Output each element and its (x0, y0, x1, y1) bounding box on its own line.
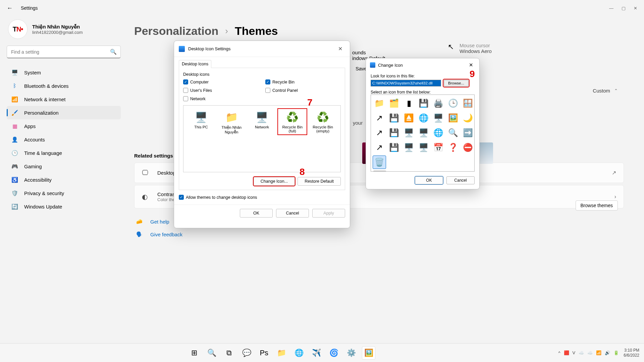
desktop-icon-item[interactable]: 🖥️This PC (187, 109, 215, 130)
scrollbar-thumb[interactable] (373, 171, 386, 172)
taskbar-start[interactable]: ⊞ (187, 346, 201, 360)
taskbar-app[interactable]: 🖼️ (362, 346, 375, 360)
tray-icon[interactable]: 📶 (596, 350, 601, 355)
icon-option[interactable]: 🖼️ (447, 112, 460, 124)
icon-option[interactable]: ⏏️ (402, 112, 415, 124)
sidebar-item-gaming[interactable]: 🎮Gaming (7, 160, 121, 173)
taskbar-photoshop[interactable]: Ps (257, 346, 271, 360)
tray-icon[interactable]: 🔋 (613, 350, 619, 355)
cancel-button[interactable]: Cancel (446, 176, 475, 184)
sidebar-item-accessibility[interactable]: ♿Accessibility (7, 173, 121, 186)
sidebar-item-network-internet[interactable]: 📶Network & internet (7, 93, 121, 106)
icon-option[interactable]: 🖨️ (432, 97, 445, 110)
icon-option[interactable]: 🌙 (462, 112, 474, 124)
sidebar-item-privacy-security[interactable]: 🛡️Privacy & security (7, 186, 121, 200)
tray-icon[interactable]: ☁️ (587, 350, 593, 355)
icon-option[interactable]: 💾 (388, 141, 400, 154)
browse-button[interactable]: Browse... (444, 80, 469, 86)
change-icon-button[interactable]: Change Icon... (254, 177, 295, 186)
icon-option[interactable]: ▮ (402, 97, 415, 110)
tray-icon[interactable]: ☁️ (579, 350, 584, 355)
taskbar-chat[interactable]: 💬 (240, 346, 253, 360)
cancel-button[interactable]: Cancel (276, 209, 309, 218)
close-icon[interactable]: ✕ (467, 61, 475, 69)
tray-icon[interactable]: V (573, 350, 576, 355)
taskbar-search[interactable]: 🔍 (205, 346, 218, 360)
icon-option[interactable]: ➡️ (462, 126, 474, 139)
taskbar-edge[interactable]: 🌀 (327, 346, 340, 360)
icon-option[interactable]: 🖥️ (417, 126, 430, 139)
user-profile[interactable]: TN• Thiện Nhân Nguyễn linh41822000@gmail… (7, 16, 121, 46)
restore-default-button[interactable]: Restore Default (298, 177, 341, 186)
desktop-icon-item[interactable]: ♻️Recycle Bin (full) (278, 109, 307, 134)
icon-option[interactable]: 🪟 (462, 97, 474, 110)
checkbox-control-panel[interactable] (265, 88, 270, 93)
chevron-up-icon: ⌃ (614, 88, 618, 93)
give-feedback-link[interactable]: 🗣️ Give feedback (134, 228, 624, 241)
tab-desktop-icons[interactable]: Desktop Icons (179, 60, 211, 68)
icon-option[interactable]: 🗂️ (388, 97, 400, 110)
icon-option[interactable]: 🖥️ (417, 141, 430, 154)
icon-option[interactable]: 🗑️ (373, 156, 386, 169)
clock[interactable]: 3:10 PM 6/6/2022 (624, 348, 639, 358)
dialog-title: Desktop Icon Settings (188, 46, 332, 51)
ok-button[interactable]: OK (415, 176, 443, 184)
icon-option[interactable]: 🌐 (432, 126, 445, 139)
checkbox-user-s-files[interactable] (183, 88, 188, 93)
checkbox-computer[interactable]: ✓ (183, 79, 188, 84)
icon-option[interactable]: 🔍 (447, 126, 460, 139)
apply-button[interactable]: Apply (312, 209, 345, 218)
tray-icon[interactable]: ^ (558, 350, 560, 355)
icon-option[interactable]: ↗ (373, 141, 386, 154)
sidebar-item-apps[interactable]: ▦Apps (7, 119, 121, 133)
browse-themes-button[interactable]: Browse themes (576, 200, 618, 210)
maximize-button[interactable]: ▢ (622, 6, 626, 11)
allow-themes-checkbox[interactable]: ✓ (179, 195, 184, 200)
tray-icon[interactable]: 🔊 (605, 350, 610, 355)
icon-option[interactable]: ↗ (373, 112, 386, 124)
checkbox-recycle-bin[interactable]: ✓ (265, 79, 270, 84)
taskbar-chrome[interactable]: 🌐 (292, 346, 306, 360)
mouse-cursor-item[interactable]: Mouse cursor Windows Aero (460, 43, 492, 54)
icon-option[interactable]: 🖥️ (402, 141, 415, 154)
icon-option[interactable]: 📁 (373, 97, 386, 110)
desktop-icon-item[interactable]: ♻️Recycle Bin (empty) (309, 109, 337, 134)
desktop-icon-item[interactable]: 📁Thiện Nhân Nguyễn (217, 109, 246, 136)
taskbar-telegram[interactable]: ✈️ (310, 346, 323, 360)
icon-option[interactable]: 🖥️ (402, 126, 415, 139)
sidebar-item-windows-update[interactable]: 🔄Windows Update (7, 200, 121, 213)
icon-glyph: 📁 (225, 110, 238, 124)
icon-option[interactable]: ❓ (447, 141, 460, 154)
sidebar-item-bluetooth-devices[interactable]: ᛒBluetooth & devices (7, 79, 121, 93)
minimize-button[interactable]: — (609, 6, 613, 11)
custom-expand[interactable]: Custom⌃ (593, 88, 618, 94)
icon-list[interactable]: 📁🗂️▮💾🖨️🕒🪟↗💾⏏️🌐🖥️🖼️🌙↗💾🖥️🖥️🌐🔍➡️↗💾🖥️🖥️📅❓⛔🗑️ (371, 95, 475, 172)
icon-option[interactable]: 🖥️ (432, 112, 445, 124)
breadcrumb-parent[interactable]: Personalization (134, 24, 218, 38)
icon-option[interactable]: ↗ (373, 126, 386, 139)
icon-preview-grid: 🖥️This PC📁Thiện Nhân Nguyễn🖥️Network♻️Re… (183, 105, 341, 172)
icon-option[interactable]: 🕒 (447, 97, 460, 110)
sidebar-item-accounts[interactable]: 👤Accounts (7, 133, 121, 146)
taskbar-explorer[interactable]: 📁 (275, 346, 288, 360)
icon-option[interactable]: 💾 (388, 112, 400, 124)
back-button[interactable]: ← (4, 2, 15, 14)
sidebar-item-system[interactable]: 🖥️System (7, 66, 121, 79)
sidebar-item-personalization[interactable]: 🖌️Personalization (7, 106, 121, 119)
search-input[interactable] (7, 46, 121, 58)
icon-option[interactable]: 💾 (388, 126, 400, 139)
icon-option[interactable]: 💾 (417, 97, 430, 110)
tray-icon[interactable]: 🟥 (564, 350, 569, 355)
desktop-icon-item[interactable]: 🖥️Network (248, 109, 276, 130)
icon-option[interactable]: 🌐 (417, 112, 430, 124)
checkbox-network[interactable] (183, 96, 188, 101)
sidebar-item-time-language[interactable]: 🕒Time & language (7, 146, 121, 160)
icon-option[interactable]: 📅 (432, 141, 445, 154)
ok-button[interactable]: OK (240, 209, 273, 218)
icon-option[interactable]: ⛔ (462, 141, 474, 154)
icon-file-path-input[interactable] (371, 80, 441, 86)
taskbar-taskview[interactable]: ⧉ (222, 346, 236, 360)
close-icon[interactable]: ✕ (335, 44, 345, 53)
close-button[interactable]: ✕ (634, 6, 637, 11)
taskbar-settings[interactable]: ⚙️ (344, 346, 358, 360)
